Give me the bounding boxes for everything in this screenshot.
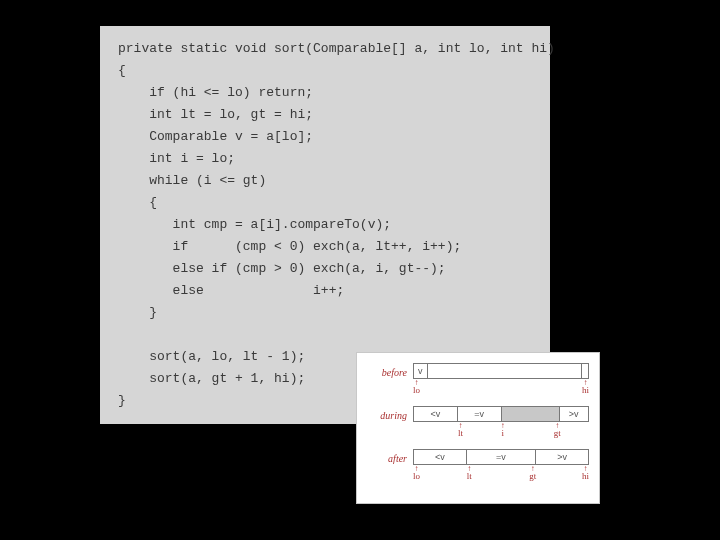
bar-segment: v xyxy=(414,364,427,378)
tick-label: lt xyxy=(467,471,472,481)
tick-label: gt xyxy=(529,471,536,481)
bar-segment: <v xyxy=(414,450,466,464)
tick-label: hi xyxy=(582,385,589,395)
tick-gt: ↑gt xyxy=(554,423,561,438)
bar-segment: >v xyxy=(535,450,588,464)
bar-during: <v=v>v xyxy=(413,406,589,422)
row-body-during: <v=v>v ↑lt↑i↑gt xyxy=(413,406,589,443)
tick-lt: ↑lt xyxy=(458,423,463,438)
row-body-before: v ↑lo↑hi xyxy=(413,363,589,400)
tick-lo: ↑lo xyxy=(413,380,420,395)
bar-segment xyxy=(581,364,588,378)
ticks-during: ↑lt↑i↑gt xyxy=(413,423,589,443)
row-label-before: before xyxy=(367,363,413,378)
bar-segment: >v xyxy=(559,407,589,421)
bar-after: <v=v>v xyxy=(413,449,589,465)
tick-hi: ↑hi xyxy=(582,380,589,395)
tick-hi: ↑hi xyxy=(582,466,589,481)
tick-label: lt xyxy=(458,428,463,438)
tick-label: i xyxy=(501,428,504,438)
diagram-row-before: before v ↑lo↑hi xyxy=(367,363,589,400)
ticks-after: ↑lo↑lt↑gt↑hi xyxy=(413,466,589,486)
row-label-after: after xyxy=(367,449,413,464)
diagram-row-after: after <v=v>v ↑lo↑lt↑gt↑hi xyxy=(367,449,589,486)
tick-lo: ↑lo xyxy=(413,466,420,481)
diagram-panel: before v ↑lo↑hi during <v=v>v ↑lt↑i↑gt a… xyxy=(356,352,600,504)
bar-before: v xyxy=(413,363,589,379)
tick-label: hi xyxy=(582,471,589,481)
slide-container: private static void sort(Comparable[] a,… xyxy=(100,26,600,504)
tick-label: lo xyxy=(413,385,420,395)
tick-label: gt xyxy=(554,428,561,438)
bar-segment xyxy=(501,407,559,421)
bar-segment xyxy=(427,364,581,378)
tick-lt: ↑lt xyxy=(467,466,472,481)
bar-segment: <v xyxy=(414,407,457,421)
tick-i: ↑i xyxy=(501,423,505,438)
tick-gt: ↑gt xyxy=(529,466,536,481)
row-label-during: during xyxy=(367,406,413,421)
bar-segment: =v xyxy=(457,407,501,421)
row-body-after: <v=v>v ↑lo↑lt↑gt↑hi xyxy=(413,449,589,486)
ticks-before: ↑lo↑hi xyxy=(413,380,589,400)
diagram-row-during: during <v=v>v ↑lt↑i↑gt xyxy=(367,406,589,443)
tick-label: lo xyxy=(413,471,420,481)
bar-segment: =v xyxy=(466,450,536,464)
